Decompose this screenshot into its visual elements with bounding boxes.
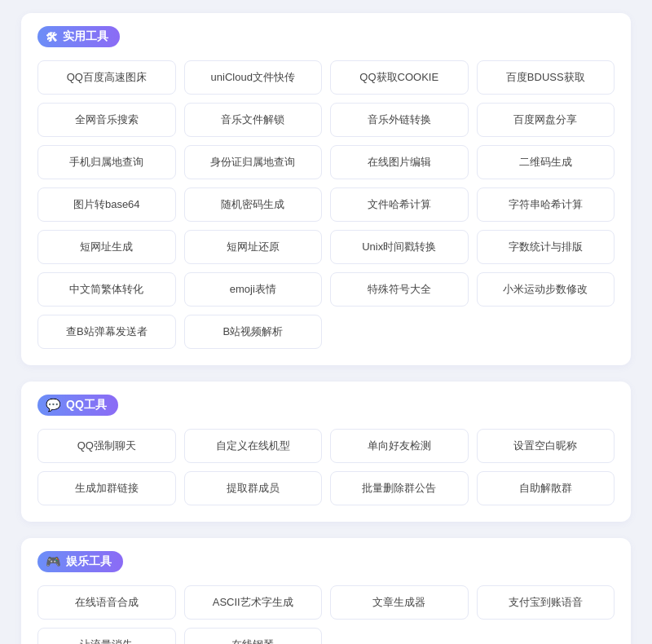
section-title-badge: 💬QQ工具 xyxy=(37,395,118,416)
tool-button[interactable]: 短网址生成 xyxy=(37,230,176,264)
section-icon: 💬 xyxy=(46,398,61,412)
tool-button[interactable]: 二维码生成 xyxy=(477,145,615,179)
tool-button[interactable]: 设置空白昵称 xyxy=(477,429,615,463)
tool-button[interactable]: 自助解散群 xyxy=(477,471,615,505)
page-wrapper: 🛠实用工具QQ百度高速图床uniCloud文件快传QQ获取COOKIE百度BDU… xyxy=(8,0,644,644)
tool-button[interactable]: 小米运动步数修改 xyxy=(477,272,615,307)
tool-button[interactable]: QQ百度高速图床 xyxy=(37,60,176,95)
tool-button[interactable]: 字数统计与排版 xyxy=(477,230,615,264)
tool-button[interactable]: 随机密码生成 xyxy=(184,187,323,222)
tool-button[interactable]: 查B站弹幕发送者 xyxy=(37,315,176,349)
tool-button[interactable]: 文件哈希计算 xyxy=(330,187,469,222)
tool-button[interactable]: 音乐外链转换 xyxy=(330,103,469,137)
tool-button[interactable]: QQ获取COOKIE xyxy=(330,60,469,95)
section-title: 娱乐工具 xyxy=(66,554,112,569)
tool-button[interactable]: 支付宝到账语音 xyxy=(477,585,615,620)
section-header: 💬QQ工具 xyxy=(37,395,615,416)
section-header: 🛠实用工具 xyxy=(37,26,615,47)
tool-button[interactable]: emoji表情 xyxy=(184,272,323,307)
tool-button[interactable]: 在线钢琴 xyxy=(184,628,323,644)
section-title-badge: 🎮娱乐工具 xyxy=(37,551,123,572)
section-entertainment-tools: 🎮娱乐工具在线语音合成ASCII艺术字生成文章生成器支付宝到账语音让流量消失在线… xyxy=(21,538,631,644)
tool-button[interactable]: 提取群成员 xyxy=(184,471,323,505)
tool-button[interactable]: ASCII艺术字生成 xyxy=(184,585,323,620)
tool-button[interactable]: 在线图片编辑 xyxy=(330,145,469,179)
tool-button[interactable]: 文章生成器 xyxy=(330,585,469,620)
tool-grid: QQ百度高速图床uniCloud文件快传QQ获取COOKIE百度BDUSS获取全… xyxy=(37,60,615,349)
section-icon: 🛠 xyxy=(46,30,58,44)
tool-button[interactable]: 自定义在线机型 xyxy=(184,429,323,463)
tool-button[interactable]: 让流量消失 xyxy=(37,628,176,644)
tool-button[interactable]: 生成加群链接 xyxy=(37,471,176,505)
tool-button[interactable]: 图片转base64 xyxy=(37,187,176,222)
tool-grid: QQ强制聊天自定义在线机型单向好友检测设置空白昵称生成加群链接提取群成员批量删除… xyxy=(37,429,615,505)
section-title-badge: 🛠实用工具 xyxy=(37,26,120,47)
tool-button[interactable]: B站视频解析 xyxy=(184,315,323,349)
tool-button[interactable]: 中文简繁体转化 xyxy=(37,272,176,307)
tool-button[interactable]: 单向好友检测 xyxy=(330,429,469,463)
section-icon: 🎮 xyxy=(46,554,61,569)
tool-button[interactable]: 特殊符号大全 xyxy=(330,272,469,307)
tool-button[interactable]: 在线语音合成 xyxy=(37,585,176,620)
tool-button[interactable]: 百度网盘分享 xyxy=(477,103,615,137)
tool-button[interactable]: 批量删除群公告 xyxy=(330,471,469,505)
section-title: 实用工具 xyxy=(63,29,108,44)
tool-button[interactable]: QQ强制聊天 xyxy=(37,429,176,463)
tool-button[interactable]: 身份证归属地查询 xyxy=(184,145,323,179)
section-header: 🎮娱乐工具 xyxy=(37,551,615,572)
tool-button[interactable]: 全网音乐搜索 xyxy=(37,103,176,137)
tool-button[interactable]: Unix时间戳转换 xyxy=(330,230,469,264)
section-useful-tools: 🛠实用工具QQ百度高速图床uniCloud文件快传QQ获取COOKIE百度BDU… xyxy=(21,13,631,365)
tool-grid: 在线语音合成ASCII艺术字生成文章生成器支付宝到账语音让流量消失在线钢琴 xyxy=(37,585,615,644)
tool-button[interactable]: 字符串哈希计算 xyxy=(477,187,615,222)
section-qq-tools: 💬QQ工具QQ强制聊天自定义在线机型单向好友检测设置空白昵称生成加群链接提取群成… xyxy=(21,382,631,522)
tool-button[interactable]: 短网址还原 xyxy=(184,230,323,264)
tool-button[interactable]: 百度BDUSS获取 xyxy=(477,60,615,95)
tool-button[interactable]: uniCloud文件快传 xyxy=(184,60,323,95)
section-title: QQ工具 xyxy=(66,398,107,412)
tool-button[interactable]: 手机归属地查询 xyxy=(37,145,176,179)
tool-button[interactable]: 音乐文件解锁 xyxy=(184,103,323,137)
